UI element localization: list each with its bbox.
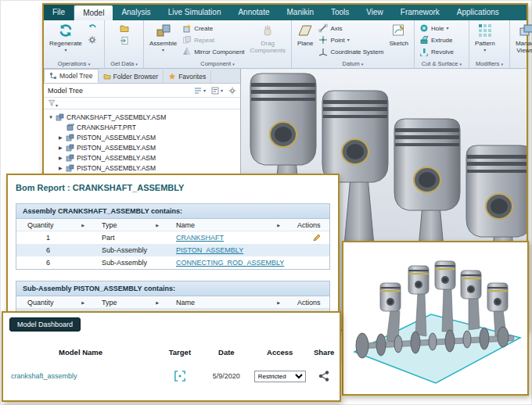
column-share: Share — [308, 348, 340, 357]
group-label-cut-surface[interactable]: Cut & Surface — [415, 60, 469, 67]
manage-views-button[interactable]: Manage Views — [513, 23, 532, 55]
group-label-get-data[interactable]: Get Data — [105, 60, 143, 67]
model-dashboard-window: Model Dashboard Model Name Target Date A… — [2, 311, 341, 402]
chevron-down-icon — [221, 88, 223, 93]
coordinate-system-button[interactable]: Coordinate System — [317, 46, 385, 57]
ribbon-group-modifiers: Pattern Modifiers — [469, 20, 510, 68]
tab-live-simulation[interactable]: Live Simulation — [160, 5, 230, 20]
column-type[interactable]: Type — [102, 299, 117, 306]
plane-button[interactable]: Plane — [295, 23, 315, 47]
tree-item-root[interactable]: CRANKSHAFT_ASSEMBLY.ASM — [44, 112, 240, 122]
assembly-icon — [66, 144, 74, 152]
column-type[interactable]: Type — [102, 221, 117, 229]
chevron-down-icon — [347, 36, 350, 45]
regenerate-icon — [58, 23, 74, 38]
import-button[interactable] — [118, 35, 131, 46]
tree-columns-button[interactable] — [194, 87, 206, 95]
sort-arrow-icon[interactable] — [81, 223, 84, 228]
expand-icon[interactable] — [59, 134, 66, 140]
sort-arrow-icon[interactable] — [156, 300, 159, 305]
column-actions: Actions — [297, 221, 321, 229]
tab-model[interactable]: Model — [74, 5, 113, 20]
tree-item-part[interactable]: CRANKSHAFT.PRT — [44, 122, 240, 132]
sketch-button[interactable]: Sketch — [386, 23, 410, 47]
expand-icon[interactable] — [59, 155, 66, 160]
column-model-name: Model Name — [3, 348, 158, 357]
extrude-button[interactable]: Extrude — [418, 34, 455, 45]
pattern-button[interactable]: Pattern — [473, 23, 498, 54]
group-label-operations[interactable]: Operations — [44, 60, 104, 67]
column-name[interactable]: Name — [176, 299, 195, 306]
tab-analysis[interactable]: Analysis — [113, 5, 159, 20]
tab-tools[interactable]: Tools — [322, 5, 358, 20]
open-button[interactable] — [118, 23, 131, 34]
tab-view[interactable]: View — [358, 5, 392, 20]
manage-views-icon — [519, 23, 532, 38]
tab-applications[interactable]: Applications — [448, 5, 508, 20]
regenerate-button[interactable]: Regenerate — [47, 23, 84, 54]
point-button[interactable]: Point — [317, 34, 385, 45]
drag-components-button[interactable]: Drag Components — [248, 23, 288, 54]
create-button[interactable]: Create — [181, 23, 246, 34]
sort-arrow-icon[interactable] — [277, 223, 280, 228]
tab-favorites[interactable]: Favorites — [164, 70, 211, 83]
tree-item-subassembly[interactable]: PISTON_ASSEMBLY.ASM — [44, 152, 240, 163]
chevron-down-icon — [483, 47, 486, 54]
axis-icon — [318, 23, 328, 33]
sort-arrow-icon[interactable] — [156, 223, 159, 228]
group-label-datum[interactable]: Datum — [292, 60, 414, 67]
tree-item-subassembly[interactable]: PISTON_ASSEMBLY.ASM — [44, 132, 240, 142]
group-label-component[interactable]: Component — [144, 60, 291, 67]
assembly-icon — [66, 134, 74, 142]
axis-button[interactable]: Axis — [317, 23, 385, 34]
access-select[interactable]: Restricted — [254, 371, 306, 382]
edit-action-icon[interactable] — [312, 233, 322, 242]
tab-file[interactable]: File — [44, 5, 74, 20]
bom-row: 6 Sub-Assembly PISTON_ASSEMBLY — [16, 244, 329, 256]
sketch-icon — [391, 23, 407, 38]
assemble-button[interactable]: Assemble — [147, 23, 179, 54]
ribbon-group-get-data: Get Data — [105, 20, 144, 68]
operations-settings-button[interactable] — [86, 34, 99, 45]
column-actions: Actions — [297, 299, 321, 306]
column-quantity[interactable]: Quantity — [27, 221, 54, 229]
tab-manikin[interactable]: Manikin — [278, 5, 322, 20]
tab-annotate[interactable]: Annotate — [229, 5, 278, 20]
tree-item-subassembly[interactable]: PISTON_ASSEMBLY.ASM — [44, 163, 240, 173]
tree-settings-button[interactable] — [228, 87, 236, 95]
sort-arrow-icon[interactable] — [81, 300, 84, 305]
chevron-down-icon — [88, 62, 91, 66]
expand-icon[interactable] — [59, 145, 66, 150]
model-name-value[interactable]: crankshaft_assembly — [3, 372, 158, 380]
collapse-icon[interactable] — [49, 115, 56, 120]
tab-framework[interactable]: Framework — [392, 5, 448, 20]
share-icon[interactable] — [318, 371, 329, 382]
tree-item-subassembly[interactable]: PISTON_ASSEMBLY.ASM — [44, 142, 240, 152]
mirror-component-button[interactable]: Mirror Component — [181, 46, 246, 57]
bom-table-assembly: Assembly CRANKSHAFT_ASSEMBLY contains: Q… — [16, 203, 330, 270]
subassembly-link[interactable]: PISTON_ASSEMBLY — [176, 246, 243, 254]
revolve-button[interactable]: Revolve — [418, 46, 455, 57]
plane-icon — [297, 23, 313, 38]
target-icon[interactable] — [174, 371, 185, 382]
column-name[interactable]: Name — [176, 221, 195, 229]
subassembly-link[interactable]: CONNECTING_ROD_ASSEMBLY — [176, 259, 284, 267]
gear-icon — [228, 87, 236, 95]
hole-button[interactable]: Hole — [418, 23, 455, 34]
refresh-icon — [88, 23, 97, 33]
tree-filter-button[interactable] — [48, 96, 58, 110]
column-quantity[interactable]: Quantity — [27, 299, 54, 306]
dashboard-column-headers: Model Name Target Date Access Share — [3, 346, 340, 358]
tree-show-button[interactable] — [211, 87, 223, 95]
repeat-button[interactable]: Repeat — [181, 34, 246, 45]
tab-folder-browser[interactable]: Folder Browser — [99, 70, 164, 83]
tree-filter-row — [44, 98, 240, 109]
auto-regenerate-button[interactable] — [86, 23, 99, 34]
expand-icon[interactable] — [59, 165, 66, 170]
part-link[interactable]: CRANKSHAFT — [176, 234, 224, 242]
extrude-icon — [419, 35, 429, 45]
group-label-modifiers[interactable]: Modifiers — [469, 60, 509, 67]
date-value: 5/9/2020 — [202, 372, 251, 380]
tab-model-tree[interactable]: Model Tree — [44, 69, 99, 83]
sort-arrow-icon[interactable] — [277, 300, 280, 305]
